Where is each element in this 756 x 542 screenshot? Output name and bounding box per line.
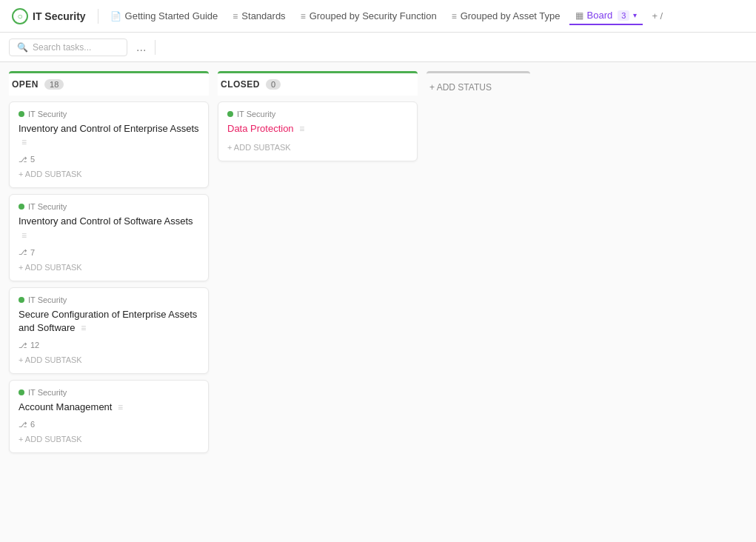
task-card-data-protection[interactable]: IT Security Data Protection ≡ + ADD SUBT…: [218, 101, 418, 161]
add-subtask-4[interactable]: + ADD SUBTASK: [19, 433, 199, 445]
add-subtask-closed-1[interactable]: + ADD SUBTASK: [227, 141, 408, 153]
column-open-count: 18: [44, 79, 64, 90]
nav-grouped-asset-label: Grouped by Asset Type: [461, 10, 561, 21]
task-menu-icon-4[interactable]: ≡: [118, 402, 123, 412]
board-icon: ▦: [575, 10, 583, 21]
task-menu-icon-2[interactable]: ≡: [21, 230, 27, 241]
nav-plus-button[interactable]: + /: [646, 7, 669, 24]
search-box[interactable]: 🔍 Search tasks...: [9, 39, 127, 56]
column-closed-count: 0: [266, 79, 281, 90]
task-title-closed-1: Data Protection ≡: [227, 122, 408, 136]
task-menu-icon-1[interactable]: ≡: [21, 137, 27, 147]
task-title-3: Secure Configuration of Enterprise Asset…: [19, 308, 199, 335]
task-label-2: IT Security: [19, 202, 199, 211]
task-card-enterprise-assets[interactable]: IT Security Inventory and Control of Ent…: [9, 101, 209, 188]
board-badge: 3: [618, 10, 629, 21]
task-card-software-assets[interactable]: IT Security Inventory and Control of Sof…: [9, 194, 209, 281]
column-closed-title: CLOSED: [221, 79, 260, 90]
nav-board[interactable]: ▦ Board 3 ▾: [569, 7, 643, 25]
nav-grouped-security-label: Grouped by Security Function: [310, 10, 437, 21]
status-dot-3: [19, 297, 24, 303]
column-closed: CLOSED 0 IT Security Data Protection ≡ +…: [218, 71, 418, 161]
toolbar-divider: [155, 40, 155, 55]
nav-board-label: Board: [587, 10, 613, 21]
task-label-text-1: IT Security: [28, 110, 67, 118]
logo-icon: ○: [12, 8, 28, 24]
status-dot-2: [19, 204, 24, 210]
column-open: OPEN 18 IT Security Inventory and Contro…: [9, 71, 209, 453]
task-menu-icon-closed-1[interactable]: ≡: [299, 124, 304, 134]
task-menu-icon-3[interactable]: ≡: [81, 323, 86, 333]
list-icon-1: ≡: [233, 11, 238, 21]
add-subtask-1[interactable]: + ADD SUBTASK: [19, 168, 199, 180]
nav-getting-started[interactable]: 📄 Getting Started Guide: [104, 7, 224, 24]
subtask-count-2: 7: [30, 248, 35, 257]
subtask-icon-2: ⎇: [19, 248, 27, 256]
board: OPEN 18 IT Security Inventory and Contro…: [0, 62, 756, 542]
task-meta-3: ⎇ 12: [19, 341, 199, 349]
status-dot-1: [19, 111, 24, 117]
subtask-icon-4: ⎇: [19, 421, 27, 429]
top-navigation: ○ IT Security 📄 Getting Started Guide ≡ …: [0, 0, 756, 33]
list-icon-2: ≡: [301, 11, 306, 21]
task-card-account-mgmt[interactable]: IT Security Account Management ≡ ⎇ 6 + A…: [9, 380, 209, 453]
task-label-3: IT Security: [19, 295, 199, 304]
subtask-count-1: 5: [30, 155, 35, 164]
search-placeholder: Search tasks...: [33, 42, 91, 53]
task-card-secure-config[interactable]: IT Security Secure Configuration of Ente…: [9, 287, 209, 374]
list-icon-3: ≡: [452, 11, 457, 21]
subtask-icon-1: ⎇: [19, 155, 27, 164]
nav-grouped-asset[interactable]: ≡ Grouped by Asset Type: [446, 7, 566, 24]
task-meta-1: ⎇ 5: [19, 155, 199, 164]
toolbar: 🔍 Search tasks... ...: [0, 33, 756, 62]
nav-getting-started-label: Getting Started Guide: [125, 10, 218, 21]
app-title: IT Security: [33, 10, 86, 22]
subtask-count-3: 12: [30, 341, 39, 349]
add-status-button[interactable]: + ADD STATUS: [429, 79, 527, 96]
nav-plus-label: + /: [652, 10, 663, 21]
column-open-header: OPEN 18: [9, 71, 209, 96]
task-title-2: Inventory and Control of Software Assets…: [19, 215, 199, 241]
nav-standards[interactable]: ≡ Standards: [227, 7, 291, 24]
add-subtask-2[interactable]: + ADD SUBTASK: [19, 261, 199, 273]
task-label-closed-1: IT Security: [227, 110, 408, 118]
more-options-button[interactable]: ...: [133, 38, 149, 57]
nav-separator-1: [98, 9, 98, 24]
search-icon: 🔍: [17, 42, 28, 53]
add-status-header: + ADD STATUS: [426, 71, 530, 101]
task-label-4: IT Security: [19, 388, 199, 397]
app-logo[interactable]: ○ IT Security: [6, 5, 92, 27]
add-subtask-3[interactable]: + ADD SUBTASK: [19, 354, 199, 366]
status-dot-4: [19, 389, 24, 395]
task-label-text-4: IT Security: [28, 388, 67, 397]
column-add-status: + ADD STATUS: [426, 71, 530, 101]
column-closed-header: CLOSED 0: [218, 71, 418, 96]
status-dot-closed-1: [227, 111, 233, 117]
nav-standards-label: Standards: [241, 10, 285, 21]
task-label-text-closed-1: IT Security: [237, 110, 275, 118]
subtask-count-4: 6: [30, 420, 35, 429]
task-title-1: Inventory and Control of Enterprise Asse…: [19, 122, 199, 149]
doc-icon: 📄: [110, 11, 121, 21]
task-meta-4: ⎇ 6: [19, 420, 199, 429]
task-label-1: IT Security: [19, 110, 199, 118]
task-meta-2: ⎇ 7: [19, 248, 199, 257]
board-chevron-icon: ▾: [633, 11, 637, 19]
nav-grouped-security[interactable]: ≡ Grouped by Security Function: [295, 7, 443, 24]
task-label-text-3: IT Security: [28, 295, 67, 304]
subtask-icon-3: ⎇: [19, 341, 27, 349]
task-label-text-2: IT Security: [28, 202, 67, 211]
task-title-4: Account Management ≡: [19, 401, 199, 414]
column-open-title: OPEN: [12, 79, 39, 90]
